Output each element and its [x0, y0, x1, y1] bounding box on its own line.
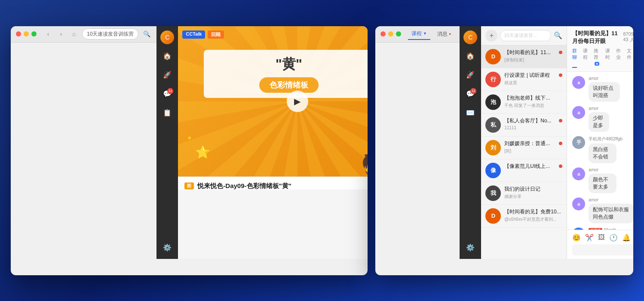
- tab-courses[interactable]: 课程: [583, 48, 588, 68]
- chat-input-field[interactable]: [572, 244, 633, 255]
- chat-preview: 千色 回复了一条消息: [504, 103, 562, 109]
- unread-indicator: [559, 51, 562, 54]
- image-button[interactable]: 🖼: [598, 234, 605, 242]
- sidebar-item-home[interactable]: 🏠: [160, 49, 174, 63]
- banner-subtitle: 色彩情绪板: [259, 77, 319, 93]
- right-user-avatar[interactable]: C: [463, 30, 477, 44]
- chat-avatar: 泡: [485, 94, 501, 110]
- minimize-button[interactable]: [24, 31, 29, 36]
- chat-header: 【时间看的见】11月份每日开眼 87093692 | 43 人 ↗ 群聊 课程 …: [567, 26, 633, 72]
- chat-info: 【时间看的见】免费10... @u5h6xv不好意思才看到...: [504, 208, 562, 222]
- sidebar-item-tasks[interactable]: 📋: [160, 106, 174, 120]
- chat-list-item[interactable]: 刘 刘媛媛亲授：普通... [简]: [481, 137, 567, 159]
- message-bubble: 颜色不要太多: [589, 173, 616, 193]
- close-button[interactable]: [16, 31, 21, 36]
- chat-name: 刘媛媛亲授：普通...: [504, 140, 555, 147]
- left-window-inner: C 🏠 🚀 💬 11 📋 ⚙️ CCTalk: [156, 26, 368, 259]
- chat-info: 【像素范儿UI线上...: [504, 163, 555, 171]
- unread-indicator: [559, 73, 562, 77]
- chat-name: 【私人会客厅】No...: [504, 117, 555, 125]
- chat-list-item[interactable]: 像 【像素范儿UI线上...: [481, 159, 567, 182]
- sidebar-item-notify[interactable]: 💬 11: [160, 87, 174, 101]
- emoji-button[interactable]: 😊: [572, 234, 581, 242]
- replay-badge: 回顾: [208, 30, 224, 39]
- video-label: 图: [184, 182, 194, 189]
- left-window: ‹ › ⌂ 10天速读发音训练营 🔍 C 🏠 🚀 💬 11 📋 ⚙️: [11, 26, 368, 275]
- chat-list-item[interactable]: D 【时间看的见】免费10... @u5h6xv不好意思才看到...: [481, 205, 567, 228]
- back-button[interactable]: ‹: [43, 29, 53, 39]
- right-traffic-lights: [380, 31, 401, 36]
- chat-room-meta: 87093692 | 43 人 ↗: [623, 31, 633, 43]
- right-title-bar: 课程 ▼ 消息 ●: [375, 26, 460, 43]
- tab-message[interactable]: 消息 ●: [434, 29, 454, 40]
- right-minimize-button[interactable]: [388, 31, 393, 36]
- url-text: 10天速读发音训练营: [87, 30, 134, 38]
- home-button[interactable]: ⌂: [69, 29, 79, 39]
- message-row: 手 手机用户4802ffgb 黑白搭不会错: [572, 136, 633, 163]
- right-sidebar-chat[interactable]: 💬 11: [463, 87, 477, 101]
- tab-homework[interactable]: 作业: [616, 48, 621, 68]
- add-chat-button[interactable]: +: [485, 30, 497, 42]
- right-sidebar-home[interactable]: 🏠: [463, 49, 477, 63]
- search-icon[interactable]: 🔍: [554, 31, 562, 40]
- message-sender: 手机用户4802ffgb: [589, 136, 628, 142]
- right-maximize-button[interactable]: [396, 31, 401, 36]
- chat-preview: @u5h6xv不好意思才看到...: [504, 216, 562, 222]
- chat-messages: a amor 说好听点叫混搭 a amor 少即是多 手 手机用户4802ffg…: [567, 72, 633, 230]
- chat-list-item[interactable]: D 【时间看的见】11... [录制结束]: [481, 46, 567, 68]
- right-notification-badge: 11: [470, 88, 476, 94]
- tab-course[interactable]: 课程 ▼: [408, 28, 430, 40]
- time-button[interactable]: 🕐: [609, 234, 618, 242]
- left-sidebar: C 🏠 🚀 💬 11 📋 ⚙️: [156, 26, 178, 259]
- message-sender: amor: [589, 198, 633, 202]
- video-badges: CCTalk 回顾: [182, 30, 224, 39]
- message-content: amor 颜色不要太多: [589, 167, 628, 193]
- traffic-lights: [16, 31, 37, 36]
- chat-room-title: 【时间看的见】11月份每日开眼: [572, 30, 623, 45]
- right-sidebar-mail[interactable]: ✉️: [463, 106, 477, 120]
- chat-list-item[interactable]: 行 行设课堂 | 试听课程 就这里: [481, 68, 567, 91]
- message-row: a amor 配饰可以和衣服同色点缀: [572, 198, 633, 223]
- forward-button[interactable]: ›: [56, 29, 66, 39]
- chat-name: 行设课堂 | 试听课程: [504, 72, 555, 79]
- chat-list-item[interactable]: 我 我们的设计日记 感谢分享: [481, 182, 567, 205]
- right-close-button[interactable]: [380, 31, 386, 36]
- message-sender: amor: [589, 76, 633, 81]
- search-icon[interactable]: 🔍: [142, 29, 151, 39]
- message-avatar: a: [572, 106, 585, 119]
- star-decoration-1: ⭐: [195, 145, 210, 159]
- tab-files[interactable]: 文件: [627, 48, 632, 68]
- maximize-button[interactable]: [31, 31, 37, 36]
- chat-avatar: 私: [485, 117, 501, 133]
- sidebar-item-explore[interactable]: 🚀: [160, 68, 174, 82]
- chat-list-item[interactable]: 泡 【泡泡老师】线下... 千色 回复了一条消息: [481, 91, 567, 114]
- message-avatar: a: [572, 167, 585, 180]
- bell-button[interactable]: 🔔: [622, 234, 631, 242]
- tab-lesson[interactable]: 课时: [605, 48, 610, 68]
- video-player[interactable]: CCTalk 回顾 "黄" 色彩情绪板 🧒 ⭐: [178, 26, 368, 176]
- chat-preview: 感谢分享: [504, 194, 562, 200]
- sidebar-item-settings[interactable]: ⚙️: [160, 241, 174, 255]
- right-sidebar-settings[interactable]: ⚙️: [463, 241, 477, 255]
- play-button[interactable]: ▶: [287, 91, 308, 112]
- message-content: amor 说好听点叫混搭: [589, 76, 633, 102]
- chat-list-item[interactable]: 私 【私人会客厅】No... 11111: [481, 114, 567, 137]
- chat-search[interactable]: 10天速读发音...: [500, 30, 551, 41]
- chat-avatar: D: [485, 208, 501, 224]
- message-row: a amor 颜色不要太多: [572, 167, 633, 193]
- chat-info: 行设课堂 | 试听课程 就这里: [504, 72, 555, 86]
- scissor-button[interactable]: ✂️: [585, 234, 594, 242]
- tab-recommend[interactable]: 推荐●: [594, 48, 599, 68]
- message-row: a amor 说好听点叫混搭: [572, 76, 633, 102]
- message-content: amor 配饰可以和衣服同色点缀: [589, 198, 633, 223]
- message-dot: ●: [449, 32, 451, 36]
- right-sidebar-explore[interactable]: 🚀: [463, 68, 477, 82]
- chat-name: 【泡泡老师】线下...: [504, 94, 562, 102]
- user-avatar[interactable]: C: [160, 30, 174, 44]
- tab-group-chat[interactable]: 群聊: [572, 48, 577, 68]
- url-bar[interactable]: 10天速读发音训练营: [82, 28, 138, 40]
- chat-tools: 😊 ✂️ 🖼 🕐 🔔: [572, 234, 633, 242]
- chat-avatar: 刘: [485, 140, 501, 155]
- chat-main: 【时间看的见】11月份每日开眼 87093692 | 43 人 ↗ 群聊 课程 …: [567, 26, 633, 259]
- message-sender: amor: [589, 106, 618, 111]
